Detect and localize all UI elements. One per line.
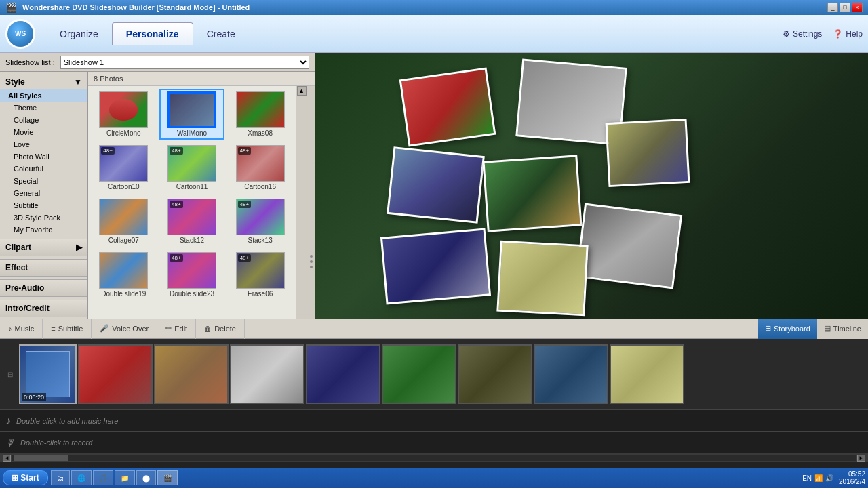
minimize-button[interactable]: _ bbox=[827, 3, 838, 12]
timeline-button[interactable]: ▤ Timeline bbox=[817, 319, 868, 339]
sidebar-item-general[interactable]: General bbox=[0, 187, 87, 199]
voice-over-label: Voice Over bbox=[112, 325, 149, 333]
network-icon: 📶 bbox=[814, 474, 823, 482]
film-item-first[interactable]: 0:00:20 bbox=[19, 344, 77, 404]
style-xmas08-label: Xmas08 bbox=[248, 129, 273, 137]
start-label: Start bbox=[20, 473, 39, 483]
film-item-2[interactable] bbox=[78, 344, 153, 404]
record-hint: Double-click to record bbox=[20, 439, 92, 447]
filmstrip: ⊟ 0:00:20 bbox=[0, 339, 868, 409]
music-tool-button[interactable]: ♪ Music bbox=[0, 319, 43, 339]
start-button[interactable]: ⊞ Start bbox=[3, 470, 48, 485]
taskbar-explorer[interactable]: 🗂 bbox=[51, 470, 70, 485]
effect-section[interactable]: Effect bbox=[0, 259, 87, 277]
style-xmas08[interactable]: Xmas08 bbox=[227, 89, 293, 140]
sidebar-item-special[interactable]: Special bbox=[0, 175, 87, 187]
preview-photo-5 bbox=[483, 155, 583, 232]
record-row[interactable]: 🎙 Double-click to record bbox=[0, 431, 868, 453]
slideshow-select[interactable]: Slideshow 1 bbox=[60, 56, 309, 69]
style-wallmono-thumb bbox=[167, 92, 216, 128]
style-header-label: Style bbox=[5, 77, 25, 87]
settings-button[interactable]: ⚙ Settings bbox=[783, 29, 822, 39]
taskbar-folder[interactable]: 📁 bbox=[115, 470, 135, 485]
sidebar-item-colourful[interactable]: Colourful bbox=[0, 163, 87, 175]
edit-button[interactable]: ✏ Edit bbox=[157, 319, 196, 339]
taskbar-media[interactable]: 🎵 bbox=[93, 470, 113, 485]
film-item-7[interactable] bbox=[458, 344, 532, 404]
style-header[interactable]: Style ▼ bbox=[0, 75, 87, 89]
edit-label: Edit bbox=[174, 325, 187, 333]
style-cartoon11-label: Cartoon11 bbox=[176, 183, 208, 190]
sidebar-item-theme[interactable]: Theme bbox=[0, 102, 87, 114]
taskbar-chrome[interactable]: ⬤ bbox=[136, 470, 156, 485]
preview-photo-8 bbox=[496, 241, 588, 317]
scroll-left-button[interactable]: ◄ bbox=[3, 455, 11, 462]
style-double19[interactable]: Double slide19 bbox=[91, 249, 157, 300]
taskbar-ie[interactable]: 🌐 bbox=[71, 470, 92, 485]
style-wallmono[interactable]: WallMono bbox=[159, 89, 225, 140]
film-item-4[interactable] bbox=[230, 344, 304, 404]
style-wallmono-label: WallMono bbox=[177, 129, 207, 137]
subtitle-tool-button[interactable]: ≡ Subtitle bbox=[43, 319, 92, 339]
microphone-icon: 🎤 bbox=[100, 324, 109, 333]
gear-icon: ⚙ bbox=[783, 29, 790, 39]
style-erase06[interactable]: 48+ Erase06 bbox=[227, 249, 293, 300]
sidebar-item-photo-wall[interactable]: Photo Wall bbox=[0, 150, 87, 163]
film-time-first: 0:00:20 bbox=[22, 393, 46, 401]
sidebar-item-my-favorite[interactable]: My Favorite bbox=[0, 224, 87, 236]
title-text: Wondershare DVD Slideshow Builder [Stand… bbox=[22, 3, 250, 12]
horizontal-scrollbar[interactable]: ◄ ► bbox=[0, 453, 868, 462]
subtitle-icon: ≡ bbox=[51, 325, 55, 333]
storyboard-button[interactable]: ⊞ Storyboard bbox=[758, 319, 817, 339]
film-item-6[interactable] bbox=[382, 344, 456, 404]
style-collage07[interactable]: Collage07 bbox=[91, 196, 157, 247]
help-button[interactable]: ❓ Help bbox=[833, 29, 863, 39]
music-row[interactable]: ♪ Double-click to add music here bbox=[0, 409, 868, 431]
style-cartoon10-thumb: 48+ bbox=[99, 145, 148, 182]
sidebar-item-subtitle[interactable]: Subtitle bbox=[0, 199, 87, 211]
style-cartoon11-thumb: 48+ bbox=[167, 145, 216, 182]
scroll-right-button[interactable]: ► bbox=[857, 455, 865, 462]
style-cartoon16[interactable]: 48+ Cartoon16 bbox=[227, 142, 293, 193]
horizontal-track[interactable] bbox=[12, 455, 856, 461]
cartoon11-badge: 48+ bbox=[170, 147, 183, 155]
help-label: Help bbox=[846, 29, 863, 39]
music-label: Music bbox=[15, 325, 35, 333]
sidebar-item-all-styles[interactable]: All Styles bbox=[0, 89, 87, 102]
film-item-5[interactable] bbox=[306, 344, 380, 404]
pre-audio-section[interactable]: Pre-Audio bbox=[0, 279, 87, 297]
taskbar-right: EN 📶 🔊 05:52 2016/2/4 bbox=[802, 470, 865, 485]
close-button[interactable]: × bbox=[852, 3, 863, 12]
sidebar-item-movie[interactable]: Movie bbox=[0, 126, 87, 138]
style-double23[interactable]: 48+ Double slide23 bbox=[159, 249, 225, 300]
scroll-up-button[interactable]: ▲ bbox=[297, 86, 307, 96]
clipart-section[interactable]: Clipart ▶ bbox=[0, 239, 87, 256]
film-item-3[interactable] bbox=[154, 344, 229, 404]
sidebar-item-3d-style[interactable]: 3D Style Pack bbox=[0, 211, 87, 224]
clipart-arrow-icon: ▶ bbox=[76, 243, 82, 252]
storyboard-icon: ⊞ bbox=[765, 324, 771, 333]
film-item-9[interactable] bbox=[610, 344, 684, 404]
taskbar-wondershare[interactable]: 🎬 bbox=[157, 470, 178, 485]
double23-badge: 48+ bbox=[170, 254, 183, 262]
film-item-8[interactable] bbox=[534, 344, 608, 404]
tab-organize[interactable]: Organize bbox=[46, 23, 112, 45]
music-icon: ♪ bbox=[8, 325, 12, 333]
sidebar-item-collage[interactable]: Collage bbox=[0, 114, 87, 126]
maximize-button[interactable]: □ bbox=[840, 3, 850, 12]
style-stack12[interactable]: 48+ Stack12 bbox=[159, 196, 225, 247]
voice-over-button[interactable]: 🎤 Voice Over bbox=[92, 319, 157, 339]
storyboard-label: Storyboard bbox=[774, 325, 810, 333]
sidebar-item-love[interactable]: Love bbox=[0, 138, 87, 150]
intro-credit-section[interactable]: Intro/Credit bbox=[0, 300, 87, 317]
delete-button[interactable]: 🗑 Delete bbox=[196, 319, 245, 339]
style-stack13[interactable]: 48+ Stack13 bbox=[227, 196, 293, 247]
style-cartoon10[interactable]: 48+ Cartoon10 bbox=[91, 142, 157, 193]
style-circlemono-label: CircleMono bbox=[106, 129, 141, 137]
tab-create[interactable]: Create bbox=[193, 23, 249, 45]
style-cartoon16-label: Cartoon16 bbox=[244, 183, 276, 190]
tab-personalize[interactable]: Personalize bbox=[112, 22, 193, 45]
style-cartoon11[interactable]: 48+ Cartoon11 bbox=[159, 142, 225, 193]
style-circlemono[interactable]: CircleMono bbox=[91, 89, 157, 140]
horizontal-thumb[interactable] bbox=[14, 455, 68, 461]
